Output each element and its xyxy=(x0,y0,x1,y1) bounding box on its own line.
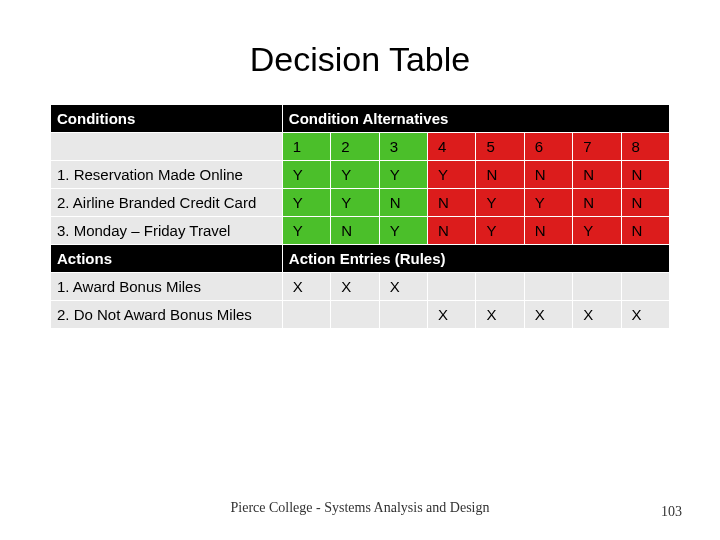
page-title: Decision Table xyxy=(0,40,720,79)
action-cell: X xyxy=(621,301,669,329)
footer-text: Pierce College - Systems Analysis and De… xyxy=(0,500,720,516)
cond-cell: Y xyxy=(428,161,476,189)
col-2: 2 xyxy=(331,133,379,161)
conditions-header: Conditions xyxy=(51,105,283,133)
cond-cell: N xyxy=(621,161,669,189)
cond-cell: N xyxy=(428,217,476,245)
action-cell xyxy=(428,273,476,301)
action-cell: X xyxy=(573,301,621,329)
page-number: 103 xyxy=(661,504,682,520)
cond-cell: Y xyxy=(282,161,330,189)
cond-cell: N xyxy=(573,189,621,217)
col-7: 7 xyxy=(573,133,621,161)
cond-cell: N xyxy=(524,161,572,189)
column-numbers-row: 1 2 3 4 5 6 7 8 xyxy=(51,133,670,161)
cond-cell: N xyxy=(428,189,476,217)
cond-cell: Y xyxy=(331,189,379,217)
action-cell: X xyxy=(282,273,330,301)
action-cell: X xyxy=(476,301,524,329)
cond-cell: Y xyxy=(282,217,330,245)
condition-row: 3. Monday – Friday Travel Y N Y N Y N Y … xyxy=(51,217,670,245)
action-cell: X xyxy=(379,273,427,301)
cond-cell: Y xyxy=(282,189,330,217)
action-cell xyxy=(379,301,427,329)
cond-cell: N xyxy=(621,217,669,245)
action-cell: X xyxy=(524,301,572,329)
cond-cell: Y xyxy=(379,161,427,189)
col-1: 1 xyxy=(282,133,330,161)
action-entries-header: Action Entries (Rules) xyxy=(282,245,669,273)
col-6: 6 xyxy=(524,133,572,161)
cond-cell: Y xyxy=(379,217,427,245)
cond-cell: N xyxy=(379,189,427,217)
cond-cell: Y xyxy=(331,161,379,189)
cond-cell: N xyxy=(621,189,669,217)
action-row: 2. Do Not Award Bonus Miles X X X X X xyxy=(51,301,670,329)
header-conditions-row: Conditions Condition Alternatives xyxy=(51,105,670,133)
action-label: 2. Do Not Award Bonus Miles xyxy=(51,301,283,329)
action-cell: X xyxy=(331,273,379,301)
cond-cell: Y xyxy=(524,189,572,217)
action-cell xyxy=(331,301,379,329)
condition-row: 2. Airline Branded Credit Card Y Y N N Y… xyxy=(51,189,670,217)
action-label: 1. Award Bonus Miles xyxy=(51,273,283,301)
header-actions-row: Actions Action Entries (Rules) xyxy=(51,245,670,273)
action-cell xyxy=(573,273,621,301)
condition-label: 2. Airline Branded Credit Card xyxy=(51,189,283,217)
cond-cell: Y xyxy=(573,217,621,245)
action-cell xyxy=(282,301,330,329)
condition-alternatives-header: Condition Alternatives xyxy=(282,105,669,133)
cond-cell: N xyxy=(573,161,621,189)
cond-cell: Y xyxy=(476,189,524,217)
action-cell xyxy=(476,273,524,301)
actions-header: Actions xyxy=(51,245,283,273)
cond-cell: N xyxy=(524,217,572,245)
condition-label: 1. Reservation Made Online xyxy=(51,161,283,189)
col-3: 3 xyxy=(379,133,427,161)
cond-cell: N xyxy=(331,217,379,245)
blank-label xyxy=(51,133,283,161)
condition-row: 1. Reservation Made Online Y Y Y Y N N N… xyxy=(51,161,670,189)
col-8: 8 xyxy=(621,133,669,161)
condition-label: 3. Monday – Friday Travel xyxy=(51,217,283,245)
action-cell xyxy=(621,273,669,301)
col-4: 4 xyxy=(428,133,476,161)
cond-cell: N xyxy=(476,161,524,189)
action-row: 1. Award Bonus Miles X X X xyxy=(51,273,670,301)
cond-cell: Y xyxy=(476,217,524,245)
action-cell xyxy=(524,273,572,301)
decision-table: Conditions Condition Alternatives 1 2 3 … xyxy=(50,104,670,329)
action-cell: X xyxy=(428,301,476,329)
col-5: 5 xyxy=(476,133,524,161)
